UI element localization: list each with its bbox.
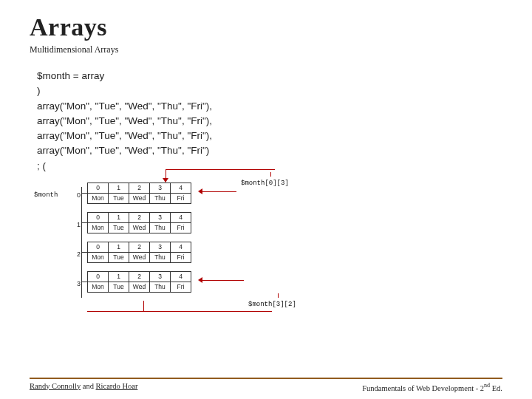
ordinal-suffix: nd <box>484 382 490 389</box>
arrow-line <box>201 280 244 281</box>
footer-text: Ed. <box>490 383 502 392</box>
col-index: 2 <box>129 242 150 252</box>
arrow-head-icon <box>163 178 168 183</box>
cell: Mon <box>88 193 109 203</box>
col-index: 0 <box>88 271 109 282</box>
code-line: $month = array <box>37 69 502 83</box>
arrow-head-icon <box>198 188 202 194</box>
footer-left: Randy Connolly and Ricardo Hoar <box>30 382 137 392</box>
row-1: 1 0 1 2 3 4 Mon Tue Wed Thu Fri <box>87 212 191 239</box>
cell: Thu <box>150 193 171 203</box>
arrow-line <box>201 191 236 192</box>
var-label: $month <box>34 191 58 199</box>
col-index: 2 <box>129 212 150 222</box>
footer-right: Fundamentals of Web Development - 2nd Ed… <box>362 382 502 392</box>
rows: 0 0 1 2 3 4 Mon Tue Wed Thu Fri <box>87 183 191 301</box>
cell: Mon <box>88 282 109 292</box>
col-index: 3 <box>150 271 171 282</box>
code-line: array("Mon", "Tue", "Wed", "Thu", "Fri")… <box>37 114 502 129</box>
col-index: 0 <box>88 212 109 222</box>
sub-array-table: 0 1 2 3 4 Mon Tue Wed Thu Fri <box>87 271 191 293</box>
book-title: Fundamentals of Web Development - 2 <box>362 383 484 392</box>
cell: Wed <box>129 252 150 262</box>
col-index: 3 <box>150 183 171 193</box>
cell: Fri <box>171 282 191 292</box>
cell: Tue <box>109 252 129 262</box>
code-line: array("Mon", "Tue", "Wed", "Thu", "Fri")… <box>37 99 502 114</box>
author-name: Randy Connolly <box>30 382 81 390</box>
footer: Randy Connolly and Ricardo Hoar Fundamen… <box>30 378 502 392</box>
sub-array-table: 0 1 2 3 4 Mon Tue Wed Thu Fri <box>87 242 191 263</box>
row-index: 2 <box>77 250 81 258</box>
code-line: array("Mon", "Tue", "Wed", "Thu", "Fri") <box>37 143 502 158</box>
arrow-line <box>166 169 275 170</box>
row-3: 3 0 1 2 3 4 Mon Tue Wed Thu Fri <box>87 271 191 298</box>
cell: Tue <box>109 193 129 203</box>
arrow-mark <box>270 172 271 177</box>
col-index: 0 <box>88 183 109 193</box>
arrow-line <box>143 301 144 311</box>
cell: Mon <box>88 222 109 233</box>
row-2: 2 0 1 2 3 4 Mon Tue Wed Thu Fri <box>87 242 191 268</box>
col-index: 4 <box>171 212 191 222</box>
col-index: 2 <box>129 271 150 282</box>
cell: Wed <box>129 282 150 292</box>
cell: Wed <box>129 193 150 203</box>
col-index: 1 <box>109 242 129 252</box>
code-line: ; ( <box>37 159 502 174</box>
col-index: 3 <box>150 242 171 252</box>
sub-array-table: 0 1 2 3 4 Mon Tue Wed Thu Fri <box>87 183 191 204</box>
arrow-head-icon <box>198 277 202 283</box>
col-index: 3 <box>150 212 171 222</box>
spine-tick <box>81 222 87 223</box>
arrow-line <box>87 311 272 312</box>
footer-text: and <box>81 382 95 390</box>
cell: Thu <box>150 252 171 262</box>
cell: Wed <box>129 222 150 233</box>
col-index: 4 <box>171 271 191 282</box>
cell: Tue <box>109 222 129 233</box>
row-index: 1 <box>77 221 81 228</box>
col-index: 1 <box>109 271 129 282</box>
annotation-bottom: $month[3][2] <box>248 301 296 308</box>
code-block: $month = array ) array("Mon", "Tue", "We… <box>37 69 502 174</box>
spine-tick <box>81 193 87 194</box>
sub-array-table: 0 1 2 3 4 Mon Tue Wed Thu Fri <box>87 212 191 233</box>
annotation-top: $month[0][3] <box>241 180 289 187</box>
array-diagram: $month 0 0 1 2 3 4 Mon Tue <box>56 183 470 330</box>
cell: Tue <box>109 282 129 292</box>
spine-tick <box>81 282 87 282</box>
col-index: 0 <box>88 242 109 252</box>
cell: Mon <box>88 252 109 262</box>
col-index: 4 <box>171 242 191 252</box>
col-index: 1 <box>109 212 129 222</box>
row-0: 0 0 1 2 3 4 Mon Tue Wed Thu Fri <box>87 183 191 209</box>
code-line: ) <box>37 83 502 98</box>
author-name: Ricardo Hoar <box>96 382 138 390</box>
row-index: 0 <box>77 191 81 199</box>
code-line: array("Mon", "Tue", "Wed", "Thu", "Fri")… <box>37 129 502 143</box>
cell: Fri <box>171 193 191 203</box>
page-title: Arrays <box>30 13 502 41</box>
cell: Thu <box>150 222 171 233</box>
subtitle: Multidimensional Arrays <box>30 44 502 55</box>
spine-tick <box>81 252 87 253</box>
cell: Fri <box>171 252 191 262</box>
col-index: 2 <box>129 183 150 193</box>
col-index: 4 <box>171 183 191 193</box>
cell: Thu <box>150 282 171 292</box>
arrow-mark <box>278 293 279 298</box>
col-index: 1 <box>109 183 129 193</box>
cell: Fri <box>171 222 191 233</box>
row-index: 3 <box>77 280 81 287</box>
